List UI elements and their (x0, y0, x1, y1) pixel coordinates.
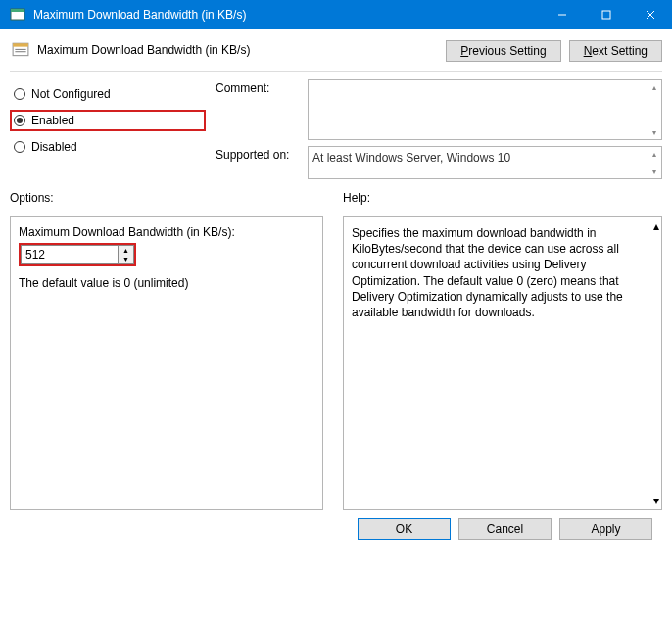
scroll-up-icon[interactable]: ▴ (653, 219, 659, 233)
scroll-down-icon[interactable]: ▾ (653, 494, 659, 507)
window-title: Maximum Download Bandwidth (in KB/s) (33, 8, 540, 22)
minimize-button[interactable] (540, 0, 584, 29)
spin-down-icon[interactable]: ▼ (119, 255, 133, 263)
scroll-up-icon[interactable]: ▴ (648, 81, 660, 93)
maximize-button[interactable] (584, 0, 628, 29)
supported-text: At least Windows Server, Windows 10 (312, 151, 510, 165)
scroll-up-icon[interactable]: ▴ (648, 148, 660, 160)
scroll-down-icon[interactable]: ▾ (648, 126, 660, 138)
svg-rect-7 (13, 43, 28, 46)
next-setting-button[interactable]: Next Setting (569, 40, 662, 62)
radio-enabled[interactable]: Enabled (14, 114, 74, 127)
cancel-button[interactable]: Cancel (458, 518, 552, 540)
bandwidth-input[interactable] (21, 245, 119, 264)
radio-icon (14, 115, 25, 126)
bandwidth-stepper[interactable]: ▲ ▼ (19, 243, 136, 266)
options-panel: Maximum Download Bandwidth (in KB/s): ▲ … (10, 216, 323, 510)
spin-up-icon[interactable]: ▲ (119, 246, 133, 255)
comment-textarea[interactable]: ▴ ▾ (308, 79, 662, 140)
option-field-label: Maximum Download Bandwidth (in KB/s): (19, 225, 314, 239)
option-note: The default value is 0 (unlimited) (19, 276, 314, 290)
radio-icon (14, 141, 25, 153)
ok-button[interactable]: OK (358, 518, 451, 540)
comment-label: Comment: (216, 79, 296, 95)
radio-label: Enabled (31, 114, 74, 127)
radio-label: Disabled (31, 140, 77, 154)
radio-icon (14, 88, 25, 100)
supported-box: At least Windows Server, Windows 10 ▴ ▾ (308, 146, 662, 179)
titlebar: Maximum Download Bandwidth (in KB/s) (0, 0, 672, 29)
svg-rect-3 (602, 11, 610, 19)
help-label: Help: (343, 191, 662, 205)
svg-rect-8 (15, 49, 25, 50)
supported-label: Supported on: (216, 146, 296, 162)
close-button[interactable] (628, 0, 672, 29)
policy-icon (12, 41, 29, 59)
highlight-enabled: Enabled (10, 110, 206, 131)
svg-rect-1 (11, 9, 24, 12)
help-panel: Specifies the maximum download bandwidth… (343, 216, 662, 510)
radio-disabled[interactable]: Disabled (10, 138, 216, 156)
svg-rect-9 (15, 51, 25, 52)
previous-setting-button[interactable]: Previous Setting (446, 40, 560, 62)
radio-not-configured[interactable]: Not Configured (10, 85, 216, 103)
scroll-down-icon[interactable]: ▾ (648, 166, 660, 177)
help-text: Specifies the maximum download bandwidth… (352, 225, 653, 320)
radio-label: Not Configured (31, 87, 111, 101)
page-title: Maximum Download Bandwidth (in KB/s) (37, 43, 250, 57)
options-label: Options: (10, 191, 323, 205)
apply-button[interactable]: Apply (559, 518, 652, 540)
app-icon (8, 5, 27, 24)
